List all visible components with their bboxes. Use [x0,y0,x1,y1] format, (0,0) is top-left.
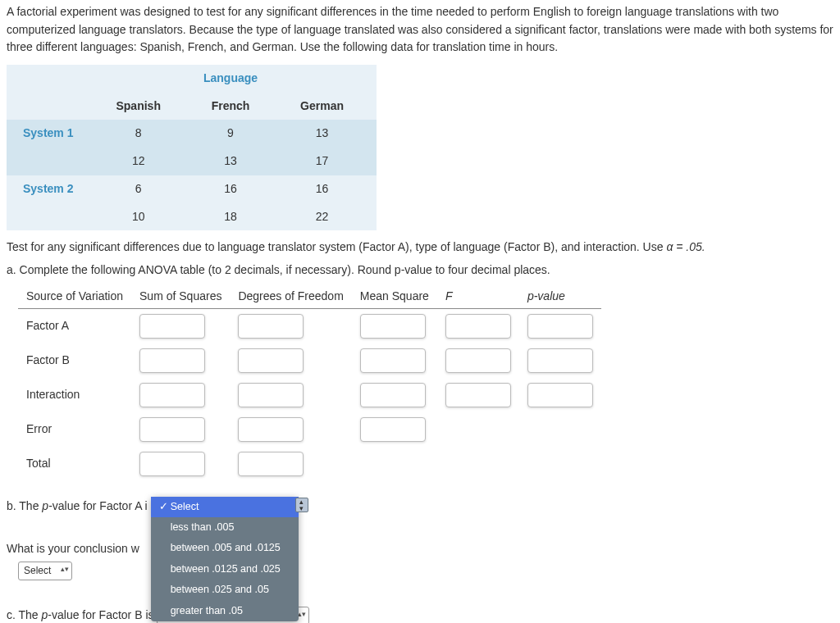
anova-header-source: Source of Variation [18,284,131,309]
factor-b-f-input[interactable] [445,348,511,373]
interaction-df-input[interactable] [238,383,304,407]
factor-a-pvalue-select[interactable]: ▴▾ ✓Select less than .005 between .005 a… [151,497,299,621]
dropdown-option[interactable]: between .005 and .0125 [151,538,299,558]
error-ss-input[interactable] [139,417,205,442]
select-stepper-icon[interactable]: ▴▾ [295,498,308,512]
chevron-updown-icon: ▴▾ [61,564,69,575]
part-b-line: b. The p-value for Factor A i ▴▾ ✓Select… [7,498,833,516]
chevron-updown-icon: ▴▾ [298,609,306,621]
row-blank [7,148,106,175]
data-table: Language Spanish French German System 1 … [7,65,377,230]
row-system2: System 2 [7,175,106,203]
factor-b-p-input[interactable] [527,348,593,373]
data-cell: 16 [290,175,377,203]
col-french: French [194,93,290,121]
interaction-ms-input[interactable] [360,383,426,407]
dropdown-option[interactable]: between .025 and .05 [151,580,299,600]
anova-row-label: Factor B [18,343,131,378]
language-super-header: Language [194,65,290,93]
data-cell: 8 [106,120,193,148]
interaction-ss-input[interactable] [139,383,205,407]
total-ss-input[interactable] [139,452,205,476]
anova-header-ss: Sum of Squares [131,284,230,309]
dropdown-option[interactable]: between .0125 and .025 [151,559,299,580]
anova-header-ms: Mean Square [352,284,437,309]
anova-header-df: Degrees of Freedom [230,284,351,309]
data-cell: 12 [106,148,193,175]
data-cell: 18 [194,203,290,231]
interaction-p-input[interactable] [527,383,593,407]
data-cell: 22 [290,203,377,231]
anova-table: Source of Variation Sum of Squares Degre… [18,284,601,482]
anova-row-label: Error [18,412,131,447]
interaction-f-input[interactable] [445,383,511,407]
factor-a-p-input[interactable] [527,314,593,339]
anova-header-p: p-value [519,284,601,309]
conclusion-select[interactable]: Select▴▾ [18,562,72,580]
factor-a-f-input[interactable] [445,314,511,339]
data-cell: 10 [106,203,193,231]
anova-row-label: Interaction [18,378,131,412]
factor-b-ss-input[interactable] [139,348,205,373]
part-c-line: c. The p-value for Factor B is Select▴▾ [7,607,833,623]
factor-a-df-input[interactable] [238,314,304,339]
test-instruction: Test for any significant differences due… [7,239,833,257]
problem-intro: A factorial experiment was designed to t… [7,3,833,57]
factor-a-ss-input[interactable] [139,314,205,339]
data-cell: 9 [194,120,290,148]
dropdown-option[interactable]: less than .005 [151,517,299,538]
data-cell: 6 [106,175,193,203]
factor-b-ms-input[interactable] [360,348,426,373]
col-spanish: Spanish [106,93,193,121]
factor-b-df-input[interactable] [238,348,304,373]
alpha-value: α = .05. [666,240,705,253]
data-cell: 16 [194,175,290,203]
anova-row-label: Factor A [18,309,131,344]
data-cell: 17 [290,148,377,175]
factor-a-ms-input[interactable] [360,314,426,339]
anova-header-f: F [437,284,519,309]
data-cell: 13 [290,120,377,148]
anova-row-label: Total [18,447,131,481]
row-system1: System 1 [7,120,106,148]
col-german: German [290,93,377,121]
dropdown-option[interactable]: greater than .05 [151,601,299,621]
data-cell: 13 [194,148,290,175]
total-df-input[interactable] [238,452,304,476]
row-blank [7,203,106,231]
dropdown-option-select[interactable]: ✓Select [151,497,299,517]
part-a-prompt: a. Complete the following ANOVA table (t… [7,261,833,280]
check-icon: ✓ [159,499,171,515]
conclusion-question: What is your conclusion w [7,540,833,558]
error-ms-input[interactable] [360,417,426,442]
error-df-input[interactable] [238,417,304,442]
